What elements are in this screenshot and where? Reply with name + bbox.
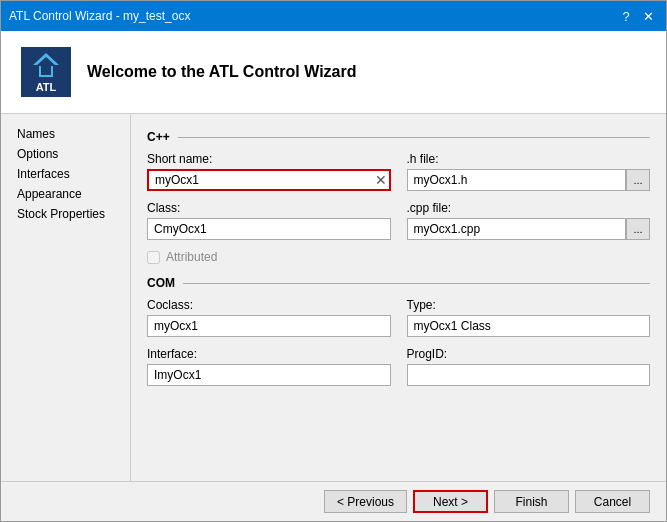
attributed-row: Attributed <box>147 250 650 264</box>
row-class-cpp: Class: .cpp file: ... <box>147 201 650 240</box>
help-button[interactable]: ? <box>616 6 636 26</box>
attributed-checkbox[interactable] <box>147 251 160 264</box>
group-interface: Interface: <box>147 347 391 386</box>
atl-logo-text: ATL <box>36 81 57 93</box>
short-name-input[interactable] <box>147 169 391 191</box>
cpp-file-browse-button[interactable]: ... <box>626 218 650 240</box>
group-cpp-file: .cpp file: ... <box>407 201 651 240</box>
short-name-label: Short name: <box>147 152 391 166</box>
footer: < Previous Next > Finish Cancel <box>1 481 666 521</box>
title-bar-controls: ? ✕ <box>616 6 658 26</box>
sidebar-item-appearance[interactable]: Appearance <box>9 184 122 204</box>
sidebar-item-interfaces[interactable]: Interfaces <box>9 164 122 184</box>
coclass-label: Coclass: <box>147 298 391 312</box>
main-window: ATL Control Wizard - my_test_ocx ? ✕ ATL… <box>0 0 667 522</box>
group-type: Type: <box>407 298 651 337</box>
row-interface-progid: Interface: ProgID: <box>147 347 650 386</box>
progid-label: ProgID: <box>407 347 651 361</box>
progid-input[interactable] <box>407 364 651 386</box>
interface-label: Interface: <box>147 347 391 361</box>
atl-logo-arrows <box>29 51 63 79</box>
previous-button[interactable]: < Previous <box>324 490 407 513</box>
content: Names Options Interfaces Appearance Stoc… <box>1 114 666 481</box>
cpp-file-input-wrapper: ... <box>407 218 651 240</box>
group-coclass: Coclass: <box>147 298 391 337</box>
type-label: Type: <box>407 298 651 312</box>
class-label: Class: <box>147 201 391 215</box>
cpp-section-header: C++ <box>147 130 650 144</box>
attributed-label: Attributed <box>166 250 217 264</box>
cpp-section-label: C++ <box>147 130 170 144</box>
sidebar: Names Options Interfaces Appearance Stoc… <box>1 114 131 481</box>
com-section-header: COM <box>147 276 650 290</box>
sidebar-item-options[interactable]: Options <box>9 144 122 164</box>
group-class: Class: <box>147 201 391 240</box>
close-button[interactable]: ✕ <box>638 6 658 26</box>
cancel-button[interactable]: Cancel <box>575 490 650 513</box>
atl-logo: ATL <box>21 47 71 97</box>
title-bar-text: ATL Control Wizard - my_test_ocx <box>9 9 616 23</box>
short-name-input-wrapper: ✕ <box>147 169 391 191</box>
group-short-name: Short name: ✕ <box>147 152 391 191</box>
main-form: C++ Short name: ✕ .h file: <box>131 114 666 481</box>
type-input[interactable] <box>407 315 651 337</box>
group-progid: ProgID: <box>407 347 651 386</box>
h-file-input[interactable] <box>407 169 627 191</box>
finish-button[interactable]: Finish <box>494 490 569 513</box>
interface-input[interactable] <box>147 364 391 386</box>
cpp-file-label: .cpp file: <box>407 201 651 215</box>
h-file-browse-button[interactable]: ... <box>626 169 650 191</box>
com-section-label: COM <box>147 276 175 290</box>
h-file-label: .h file: <box>407 152 651 166</box>
next-button[interactable]: Next > <box>413 490 488 513</box>
sidebar-item-stock-properties[interactable]: Stock Properties <box>9 204 122 224</box>
group-h-file: .h file: ... <box>407 152 651 191</box>
cpp-file-input[interactable] <box>407 218 627 240</box>
short-name-clear-button[interactable]: ✕ <box>373 172 389 188</box>
header: ATL Welcome to the ATL Control Wizard <box>1 31 666 114</box>
class-input[interactable] <box>147 218 391 240</box>
window-body: ATL Welcome to the ATL Control Wizard Na… <box>1 31 666 521</box>
sidebar-item-names[interactable]: Names <box>9 124 122 144</box>
coclass-input[interactable] <box>147 315 391 337</box>
h-file-input-wrapper: ... <box>407 169 651 191</box>
row-coclass-type: Coclass: Type: <box>147 298 650 337</box>
title-bar: ATL Control Wizard - my_test_ocx ? ✕ <box>1 1 666 31</box>
header-title: Welcome to the ATL Control Wizard <box>87 63 357 81</box>
row-short-name-h: Short name: ✕ .h file: ... <box>147 152 650 191</box>
